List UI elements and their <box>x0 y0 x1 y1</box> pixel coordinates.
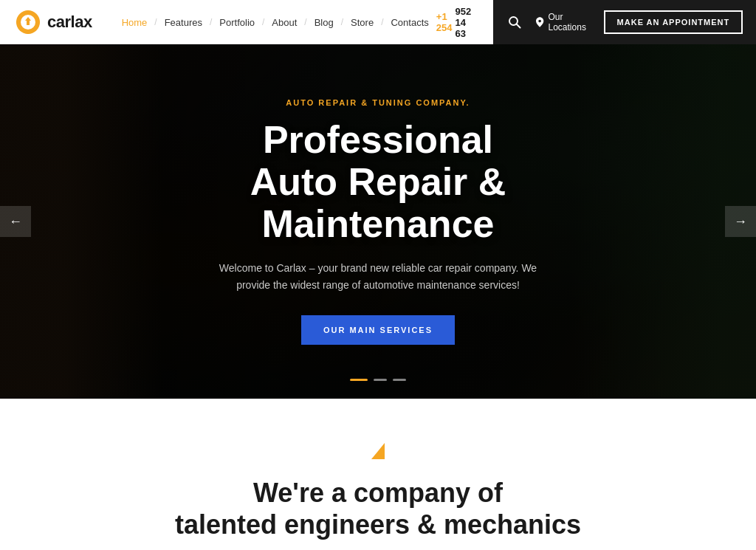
nav-link-features[interactable]: Features <box>157 17 210 28</box>
phone-main: 952 14 63 <box>456 6 472 39</box>
nav-link-blog[interactable]: Blog <box>307 17 341 28</box>
arrow-right-icon: → <box>734 214 747 230</box>
nav-item-features[interactable]: Features <box>157 17 210 28</box>
svg-rect-2 <box>27 10 30 14</box>
nav-item-contacts[interactable]: Contacts <box>383 17 436 28</box>
navbar: carlax Home / Features / Portfolio / <box>0 0 493 44</box>
slider-arrow-left[interactable]: ← <box>0 206 31 237</box>
about-section: We're a company of talented engineers & … <box>0 399 756 550</box>
nav-item-store[interactable]: Store <box>343 17 381 28</box>
hero-title: Professional Auto Repair & Maintenance <box>134 119 622 246</box>
hero-content: AUTO REPAIR & TUNING COMPANY. Profession… <box>120 98 636 345</box>
header: carlax Home / Features / Portfolio / <box>0 0 756 44</box>
slider-dot-1[interactable] <box>350 379 368 381</box>
nav-link-about[interactable]: About <box>264 17 304 28</box>
svg-rect-3 <box>27 30 30 34</box>
appointment-button[interactable]: MAKE AN APPOINTMENT <box>604 10 743 34</box>
hero-section: ← AUTO REPAIR & TUNING COMPANY. Professi… <box>0 44 756 399</box>
triangle-icon <box>371 443 385 459</box>
hero-title-line1: Professional <box>263 118 493 161</box>
nav-item-blog[interactable]: Blog <box>307 17 341 28</box>
slider-dot-2[interactable] <box>374 379 387 381</box>
nav-link-home[interactable]: Home <box>114 17 155 28</box>
location-area[interactable]: Our Locations <box>536 12 588 32</box>
nav-link-portfolio[interactable]: Portfolio <box>212 17 262 28</box>
hero-description: Welcome to Carlax – your brand new relia… <box>212 260 544 293</box>
nav-links: Home / Features / Portfolio / About / <box>114 17 436 28</box>
hero-tag: AUTO REPAIR & TUNING COMPANY. <box>134 98 622 107</box>
about-title-line2: talented engineers & mechanics <box>175 509 581 540</box>
slider-dot-3[interactable] <box>393 379 406 381</box>
slider-dots <box>350 379 406 381</box>
nav-link-store[interactable]: Store <box>343 17 381 28</box>
nav-item-about[interactable]: About <box>264 17 304 28</box>
arrow-left-icon: ← <box>9 214 22 230</box>
svg-rect-5 <box>36 21 40 24</box>
slider-arrow-right[interactable]: → <box>725 206 756 237</box>
about-title-line1: We're a company of <box>253 478 503 508</box>
search-icon <box>508 16 521 29</box>
location-icon <box>536 16 543 29</box>
nav-item-portfolio[interactable]: Portfolio <box>212 17 262 28</box>
svg-line-7 <box>517 24 520 28</box>
nav-link-contacts[interactable]: Contacts <box>383 17 436 28</box>
logo-icon <box>15 9 41 35</box>
location-label: Our Locations <box>549 12 589 32</box>
about-title: We're a company of talented engineers & … <box>15 477 741 540</box>
hero-title-line2: Auto Repair & Maintenance <box>250 160 506 245</box>
search-button[interactable] <box>508 16 521 29</box>
phone-number: +1 254 952 14 63 <box>436 6 471 39</box>
phone-code: +1 254 <box>436 11 453 33</box>
brand-name: carlax <box>47 13 92 32</box>
nav-item-home[interactable]: Home <box>114 17 155 28</box>
svg-rect-4 <box>16 21 20 24</box>
logo[interactable]: carlax <box>15 9 92 35</box>
hero-cta-button[interactable]: OUR MAIN SERVICES <box>301 315 455 345</box>
navbar-right: Our Locations MAKE AN APPOINTMENT <box>493 0 756 44</box>
